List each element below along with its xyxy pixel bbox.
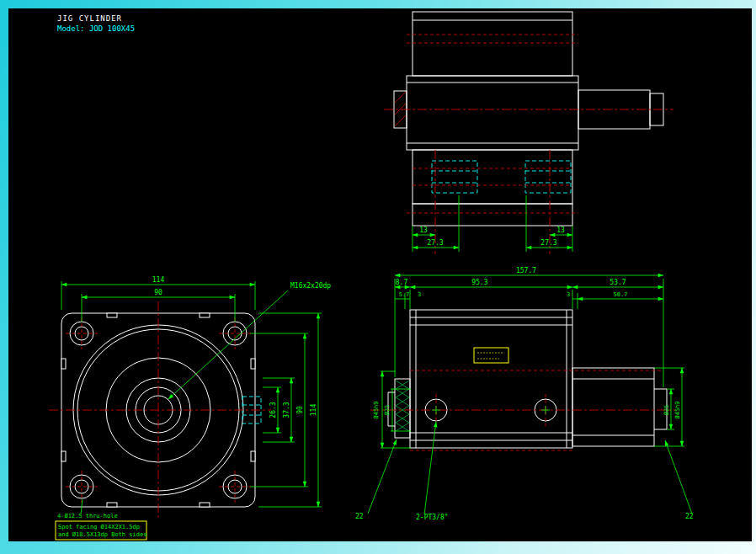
section-boss-hatch — [396, 381, 409, 431]
yellow-tag-box — [474, 348, 508, 363]
side-top-geometry — [394, 12, 663, 226]
dim-height-90: 90 — [296, 406, 304, 414]
dim-dia25-right: Ø25 — [663, 405, 670, 416]
dim-3-right: 3 — [567, 291, 570, 298]
dim-dia25-left: Ø25 — [384, 405, 391, 416]
view-side-top: 13 13 27.3 27.3 — [384, 12, 673, 254]
dim-27-3-left: 27.3 — [427, 239, 443, 247]
section-tag — [474, 348, 508, 363]
note-line-1: 4-Ø12.5 thru-hole — [57, 513, 118, 519]
dim-width-114: 114 — [152, 276, 165, 284]
front-hole-note: 4-Ø12.5 thru-hole Spot facing Ø14X2X1.5d… — [56, 499, 146, 540]
thread-callout: M16x2x20dp — [290, 282, 331, 290]
dim-13-right: 13 — [556, 226, 565, 234]
view-front: 114 90 26.3 37.3 90 1 — [49, 276, 331, 540]
section-leaders: 22 2-PT3/8" 22 — [355, 422, 694, 521]
section-dimensions: 157.7 8.7 95.3 53.7 5.7 3 3 50.7 — [373, 267, 684, 448]
dim-width-90: 90 — [154, 289, 162, 296]
section-geometry — [388, 310, 667, 448]
drawing-title-block: JIG CYLINDER Model: JOD 100X45 — [57, 14, 135, 33]
dim-port-37-3: 37.3 — [283, 402, 290, 418]
dim-3-left: 3 — [418, 291, 421, 298]
dim-13-left: 13 — [419, 226, 428, 234]
cad-drawing: JIG CYLINDER Model: JOD 100X45 — [0, 0, 756, 554]
front-centerlines — [49, 301, 271, 520]
dim-port-26-3: 26.3 — [269, 402, 277, 418]
dim-22-left: 22 — [355, 513, 364, 520]
desktop-background: JIG CYLINDER Model: JOD 100X45 — [0, 0, 756, 554]
product-title: JIG CYLINDER — [57, 14, 122, 23]
view-section: 157.7 8.7 95.3 53.7 5.7 3 3 50.7 — [355, 267, 694, 521]
dim-8-7: 8.7 — [396, 279, 408, 286]
dim-95-3: 95.3 — [471, 279, 487, 286]
model-label: Model: JOD 100X45 — [57, 24, 135, 33]
dim-50-7: 50.7 — [614, 291, 628, 298]
dim-dia45-left: Ø45h9 — [373, 401, 380, 418]
side-top-port-hatch — [395, 92, 406, 126]
note-line-3: and Ø18.5X13dp Both sides — [58, 531, 146, 538]
dim-height-114: 114 — [310, 404, 317, 417]
dim-5-7: 5.7 — [399, 291, 410, 298]
front-dimensions: 114 90 26.3 37.3 90 1 — [61, 276, 331, 507]
port-thread-callout: 2-PT3/8" — [416, 514, 449, 521]
dim-27-3-right: 27.3 — [540, 239, 556, 247]
dim-22-right: 22 — [685, 513, 694, 520]
dim-total-157-7: 157.7 — [516, 267, 536, 274]
dim-dia45-right: Ø45h9 — [674, 401, 681, 418]
dim-53-7: 53.7 — [610, 279, 626, 286]
side-top-centerlines — [384, 35, 673, 254]
note-line-2: Spot facing Ø14X2X1.5dp — [58, 524, 140, 530]
